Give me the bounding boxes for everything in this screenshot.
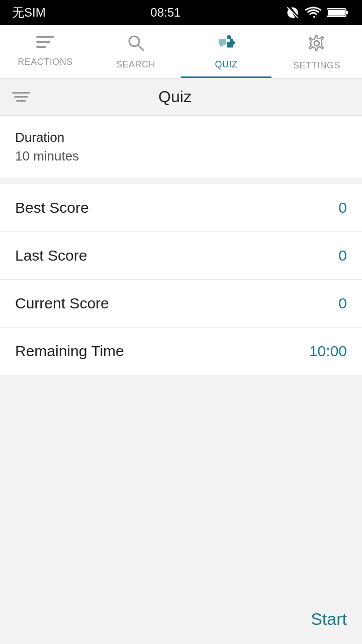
last-score-label: Last Score bbox=[15, 247, 87, 264]
puzzle-icon bbox=[217, 34, 236, 55]
tab-settings[interactable]: SETTINGS bbox=[272, 25, 362, 78]
page-header: Quiz bbox=[0, 78, 362, 116]
carrier-label: 无SIM bbox=[12, 5, 46, 21]
remaining-time-value: 10:00 bbox=[309, 343, 347, 360]
battery-icon bbox=[327, 6, 350, 20]
remaining-time-row: Remaining Time 10:00 bbox=[0, 328, 362, 375]
best-score-row: Best Score 0 bbox=[0, 184, 362, 232]
tab-reactions[interactable]: REACTIONS bbox=[0, 25, 90, 78]
settings-icon bbox=[308, 34, 326, 56]
filter-button[interactable] bbox=[12, 92, 30, 102]
score-section: Best Score 0 Last Score 0 Current Score … bbox=[0, 184, 362, 375]
content-spacer bbox=[0, 375, 362, 599]
tab-bar: REACTIONS SEARCH QUIZ SETTINGS bbox=[0, 25, 362, 78]
current-score-row: Current Score 0 bbox=[0, 280, 362, 328]
svg-rect-4 bbox=[36, 36, 54, 38]
status-bar: 无SIM 08:51 bbox=[0, 0, 362, 25]
svg-point-9 bbox=[314, 41, 319, 46]
last-score-row: Last Score 0 bbox=[0, 232, 362, 280]
best-score-label: Best Score bbox=[15, 199, 89, 216]
start-button[interactable]: Start bbox=[311, 609, 347, 629]
current-score-value: 0 bbox=[338, 295, 347, 312]
tab-quiz[interactable]: QUIZ bbox=[181, 25, 272, 78]
alarm-muted-icon bbox=[286, 6, 300, 20]
svg-line-8 bbox=[138, 45, 143, 50]
svg-rect-5 bbox=[36, 41, 50, 43]
svg-rect-3 bbox=[346, 11, 348, 14]
reactions-icon bbox=[36, 34, 54, 53]
tab-reactions-label: REACTIONS bbox=[18, 57, 73, 67]
status-icons bbox=[286, 6, 350, 20]
wifi-icon bbox=[305, 6, 322, 20]
remaining-time-label: Remaining Time bbox=[15, 343, 124, 360]
svg-rect-2 bbox=[328, 10, 345, 16]
tab-search-label: SEARCH bbox=[116, 59, 155, 70]
time-label: 08:51 bbox=[150, 6, 180, 20]
page-title: Quiz bbox=[30, 88, 320, 106]
svg-rect-6 bbox=[36, 46, 46, 48]
search-icon bbox=[127, 34, 144, 55]
duration-label: Duration bbox=[15, 130, 347, 145]
tab-search[interactable]: SEARCH bbox=[90, 25, 181, 78]
tab-settings-label: SETTINGS bbox=[293, 60, 340, 71]
duration-section: Duration 10 minutes bbox=[0, 116, 362, 178]
tab-quiz-label: QUIZ bbox=[215, 59, 238, 70]
duration-value: 10 minutes bbox=[15, 148, 347, 164]
current-score-label: Current Score bbox=[15, 295, 109, 312]
last-score-value: 0 bbox=[338, 247, 347, 264]
best-score-value: 0 bbox=[338, 199, 347, 216]
bottom-bar: Start bbox=[0, 599, 362, 644]
